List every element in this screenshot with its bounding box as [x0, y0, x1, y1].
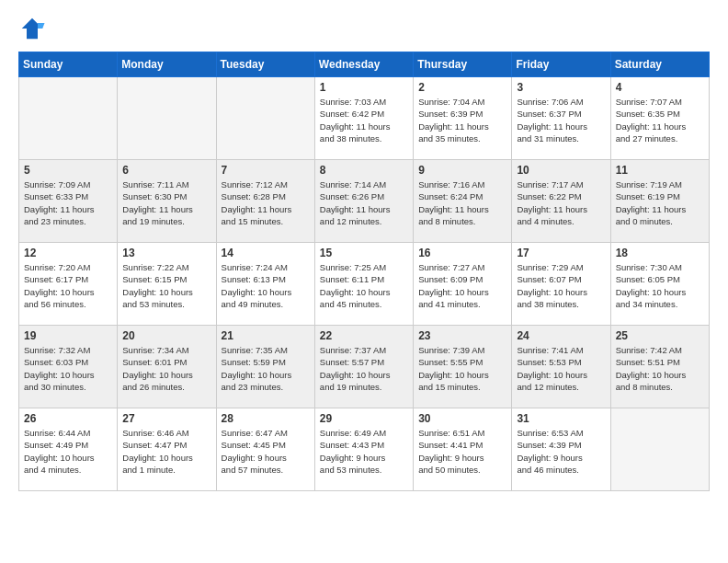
day-info: Sunrise: 7:04 AM Sunset: 6:39 PM Dayligh… — [418, 96, 506, 144]
day-info: Sunrise: 7:29 AM Sunset: 6:07 PM Dayligh… — [517, 261, 605, 310]
day-info: Sunrise: 7:17 AM Sunset: 6:22 PM Dayligh… — [517, 178, 605, 227]
day-info: Sunrise: 7:22 AM Sunset: 6:15 PM Dayligh… — [122, 261, 210, 310]
day-info: Sunrise: 7:06 AM Sunset: 6:37 PM Dayligh… — [517, 96, 605, 144]
day-number: 17 — [517, 247, 605, 259]
day-number: 2 — [418, 81, 506, 94]
day-cell-29: 29Sunrise: 6:49 AM Sunset: 4:43 PM Dayli… — [314, 408, 413, 491]
day-info: Sunrise: 7:27 AM Sunset: 6:09 PM Dayligh… — [418, 261, 506, 310]
day-number: 15 — [320, 247, 408, 259]
day-number: 30 — [418, 412, 506, 425]
day-info: Sunrise: 7:19 AM Sunset: 6:19 PM Dayligh… — [616, 178, 704, 227]
day-info: Sunrise: 7:16 AM Sunset: 6:24 PM Dayligh… — [418, 178, 506, 227]
day-number: 11 — [616, 164, 704, 177]
day-number: 18 — [616, 247, 704, 259]
day-info: Sunrise: 7:11 AM Sunset: 6:30 PM Dayligh… — [122, 178, 210, 227]
day-cell-7: 7Sunrise: 7:12 AM Sunset: 6:28 PM Daylig… — [216, 160, 314, 243]
day-info: Sunrise: 7:39 AM Sunset: 5:55 PM Dayligh… — [418, 344, 506, 393]
day-number: 6 — [122, 164, 210, 177]
day-cell-25: 25Sunrise: 7:42 AM Sunset: 5:51 PM Dayli… — [610, 326, 709, 408]
day-number: 22 — [320, 329, 408, 342]
day-info: Sunrise: 6:49 AM Sunset: 4:43 PM Dayligh… — [320, 427, 408, 476]
day-cell-27: 27Sunrise: 6:46 AM Sunset: 4:47 PM Dayli… — [118, 408, 216, 491]
day-info: Sunrise: 6:53 AM Sunset: 4:39 PM Dayligh… — [517, 427, 605, 476]
day-info: Sunrise: 6:46 AM Sunset: 4:47 PM Dayligh… — [122, 427, 210, 476]
day-cell-24: 24Sunrise: 7:41 AM Sunset: 5:53 PM Dayli… — [512, 326, 610, 408]
day-number: 7 — [222, 164, 310, 177]
day-number: 4 — [616, 81, 704, 94]
day-number: 24 — [517, 329, 605, 342]
day-info: Sunrise: 6:44 AM Sunset: 4:49 PM Dayligh… — [24, 427, 112, 476]
day-info: Sunrise: 7:35 AM Sunset: 5:59 PM Dayligh… — [222, 344, 310, 393]
day-number: 29 — [320, 412, 408, 425]
day-cell-13: 13Sunrise: 7:22 AM Sunset: 6:15 PM Dayli… — [118, 243, 216, 326]
day-info: Sunrise: 7:41 AM Sunset: 5:53 PM Dayligh… — [517, 344, 605, 393]
logo — [18, 15, 50, 42]
day-cell-2: 2Sunrise: 7:04 AM Sunset: 6:39 PM Daylig… — [414, 77, 512, 160]
day-number: 16 — [418, 247, 506, 259]
day-info: Sunrise: 7:25 AM Sunset: 6:11 PM Dayligh… — [320, 261, 408, 310]
weekday-header-wednesday: Wednesday — [314, 52, 413, 77]
week-row-2: 5Sunrise: 7:09 AM Sunset: 6:33 PM Daylig… — [19, 160, 710, 243]
day-number: 8 — [320, 164, 408, 177]
day-info: Sunrise: 7:30 AM Sunset: 6:05 PM Dayligh… — [616, 261, 704, 310]
day-info: Sunrise: 6:51 AM Sunset: 4:41 PM Dayligh… — [418, 427, 506, 476]
day-number: 31 — [517, 412, 605, 425]
day-number: 5 — [24, 164, 112, 177]
day-cell-19: 19Sunrise: 7:32 AM Sunset: 6:03 PM Dayli… — [19, 326, 118, 408]
week-row-1: 1Sunrise: 7:03 AM Sunset: 6:42 PM Daylig… — [19, 77, 710, 160]
day-cell-30: 30Sunrise: 6:51 AM Sunset: 4:41 PM Dayli… — [414, 408, 512, 491]
empty-cell — [19, 77, 118, 160]
day-cell-17: 17Sunrise: 7:29 AM Sunset: 6:07 PM Dayli… — [512, 243, 610, 326]
week-row-4: 19Sunrise: 7:32 AM Sunset: 6:03 PM Dayli… — [19, 326, 710, 408]
day-number: 13 — [122, 247, 210, 259]
day-cell-16: 16Sunrise: 7:27 AM Sunset: 6:09 PM Dayli… — [414, 243, 512, 326]
day-info: Sunrise: 7:20 AM Sunset: 6:17 PM Dayligh… — [24, 261, 112, 310]
week-row-5: 26Sunrise: 6:44 AM Sunset: 4:49 PM Dayli… — [19, 408, 710, 491]
day-info: Sunrise: 7:37 AM Sunset: 5:57 PM Dayligh… — [320, 344, 408, 393]
day-info: Sunrise: 7:32 AM Sunset: 6:03 PM Dayligh… — [24, 344, 112, 393]
empty-cell — [216, 77, 314, 160]
day-cell-8: 8Sunrise: 7:14 AM Sunset: 6:26 PM Daylig… — [314, 160, 413, 243]
day-cell-28: 28Sunrise: 6:47 AM Sunset: 4:45 PM Dayli… — [216, 408, 314, 491]
weekday-header-saturday: Saturday — [610, 52, 709, 77]
day-info: Sunrise: 6:47 AM Sunset: 4:45 PM Dayligh… — [222, 427, 310, 476]
day-number: 25 — [616, 329, 704, 342]
day-info: Sunrise: 7:14 AM Sunset: 6:26 PM Dayligh… — [320, 178, 408, 227]
day-cell-31: 31Sunrise: 6:53 AM Sunset: 4:39 PM Dayli… — [512, 408, 610, 491]
weekday-header-monday: Monday — [118, 52, 216, 77]
day-cell-20: 20Sunrise: 7:34 AM Sunset: 6:01 PM Dayli… — [118, 326, 216, 408]
day-info: Sunrise: 7:42 AM Sunset: 5:51 PM Dayligh… — [616, 344, 704, 393]
svg-marker-1 — [38, 23, 45, 29]
logo-icon — [18, 15, 46, 42]
day-cell-12: 12Sunrise: 7:20 AM Sunset: 6:17 PM Dayli… — [19, 243, 118, 326]
day-cell-15: 15Sunrise: 7:25 AM Sunset: 6:11 PM Dayli… — [314, 243, 413, 326]
day-cell-26: 26Sunrise: 6:44 AM Sunset: 4:49 PM Dayli… — [19, 408, 118, 491]
day-cell-5: 5Sunrise: 7:09 AM Sunset: 6:33 PM Daylig… — [19, 160, 118, 243]
day-cell-22: 22Sunrise: 7:37 AM Sunset: 5:57 PM Dayli… — [314, 326, 413, 408]
day-number: 3 — [517, 81, 605, 94]
week-row-3: 12Sunrise: 7:20 AM Sunset: 6:17 PM Dayli… — [19, 243, 710, 326]
calendar: SundayMondayTuesdayWednesdayThursdayFrid… — [18, 52, 710, 491]
day-cell-9: 9Sunrise: 7:16 AM Sunset: 6:24 PM Daylig… — [414, 160, 512, 243]
day-number: 1 — [320, 81, 408, 94]
empty-cell — [118, 77, 216, 160]
day-cell-23: 23Sunrise: 7:39 AM Sunset: 5:55 PM Dayli… — [414, 326, 512, 408]
day-info: Sunrise: 7:09 AM Sunset: 6:33 PM Dayligh… — [24, 178, 112, 227]
weekday-header-row: SundayMondayTuesdayWednesdayThursdayFrid… — [19, 52, 710, 77]
day-cell-10: 10Sunrise: 7:17 AM Sunset: 6:22 PM Dayli… — [512, 160, 610, 243]
day-number: 9 — [418, 164, 506, 177]
day-number: 10 — [517, 164, 605, 177]
day-number: 23 — [418, 329, 506, 342]
day-number: 19 — [24, 329, 112, 342]
day-info: Sunrise: 7:12 AM Sunset: 6:28 PM Dayligh… — [222, 178, 310, 227]
day-number: 26 — [24, 412, 112, 425]
page: SundayMondayTuesdayWednesdayThursdayFrid… — [0, 0, 728, 510]
day-cell-21: 21Sunrise: 7:35 AM Sunset: 5:59 PM Dayli… — [216, 326, 314, 408]
day-cell-11: 11Sunrise: 7:19 AM Sunset: 6:19 PM Dayli… — [610, 160, 709, 243]
day-number: 21 — [222, 329, 310, 342]
weekday-header-friday: Friday — [512, 52, 610, 77]
day-cell-6: 6Sunrise: 7:11 AM Sunset: 6:30 PM Daylig… — [118, 160, 216, 243]
day-cell-1: 1Sunrise: 7:03 AM Sunset: 6:42 PM Daylig… — [314, 77, 413, 160]
day-number: 27 — [122, 412, 210, 425]
day-info: Sunrise: 7:03 AM Sunset: 6:42 PM Dayligh… — [320, 96, 408, 144]
